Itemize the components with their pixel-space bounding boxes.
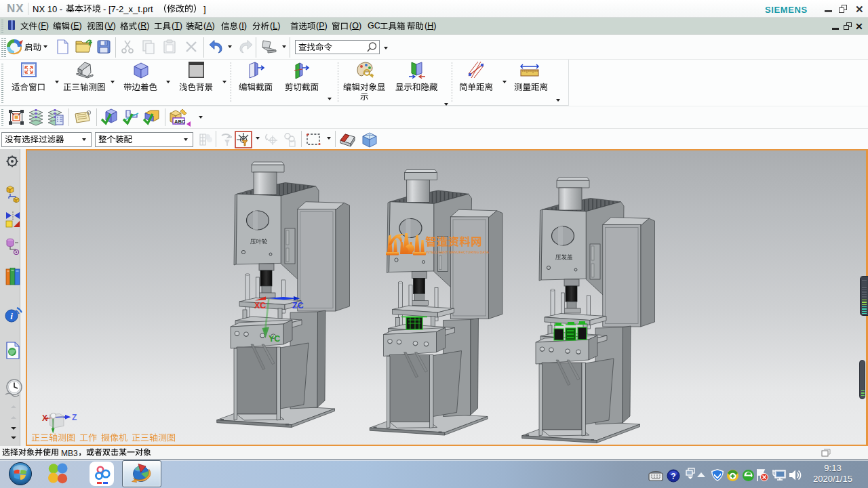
svg-text:ABC: ABC [174,119,186,125]
svg-text:X: X [42,413,47,423]
svg-text:YC: YC [269,334,280,344]
svg-text:Z: Z [72,413,77,422]
svg-text:i: i [10,311,13,321]
svg-text:XC: XC [254,301,266,310]
svg-text:?: ? [671,472,675,481]
svg-text:INTELLIGENT MANUFACTURING DATA: INTELLIGENT MANUFACTURING DATA [426,250,489,254]
svg-text:ZC: ZC [292,301,304,310]
